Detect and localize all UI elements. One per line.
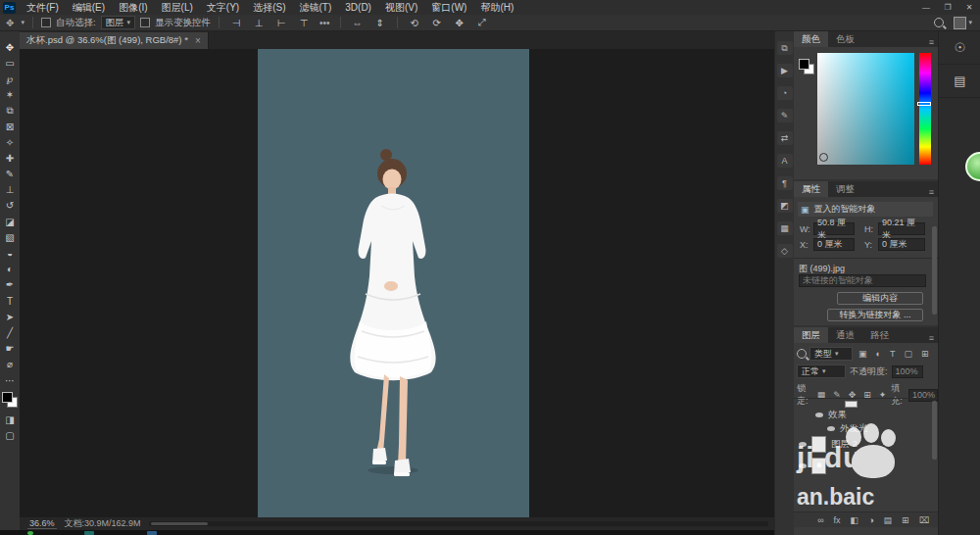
panel-color-swatches[interactable] [799, 59, 814, 74]
horizontal-scrollbar[interactable] [149, 521, 768, 526]
minimize-button[interactable]: — [915, 0, 937, 15]
align-right-icon[interactable]: ⊢ [272, 15, 290, 30]
zoom-tool[interactable]: ⌀ [1, 357, 19, 372]
panel-menu-icon[interactable]: ≡ [929, 37, 938, 47]
align-top-icon[interactable]: ⊤ [295, 15, 313, 30]
hand-tool[interactable]: ☛ [1, 341, 19, 357]
menu-file[interactable]: 文件(F) [20, 0, 66, 15]
visibility-eye-icon[interactable] [799, 463, 807, 468]
width-field[interactable]: 50.8 厘米 [813, 222, 855, 235]
delete-layer-icon[interactable]: ⌧ [916, 515, 932, 525]
type-tool[interactable]: T [1, 293, 19, 309]
zoom-level-field[interactable]: 36.6% [27, 518, 57, 529]
layer-row-1[interactable] [799, 458, 826, 474]
blend-mode-dropdown[interactable]: 正常 ▾ [797, 365, 846, 378]
edit-toolbar-icon[interactable]: ⋯ [1, 372, 19, 388]
y-field[interactable]: 0 厘米 [878, 238, 925, 251]
layer-thumbnail[interactable] [811, 436, 826, 453]
menu-edit[interactable]: 编辑(E) [66, 0, 112, 15]
menu-filter[interactable]: 滤镜(T) [293, 0, 339, 15]
menu-layer[interactable]: 图层(L) [155, 0, 200, 15]
app-logo-icon[interactable]: Ps [3, 2, 16, 14]
auto-select-target-dropdown[interactable]: 图层 ▾ [101, 16, 136, 29]
spot-healing-tool[interactable]: ✚ [1, 150, 19, 166]
new-layer-icon[interactable]: ⊞ [899, 515, 912, 525]
menu-image[interactable]: 图像(I) [112, 0, 154, 15]
saturation-brightness-picker[interactable] [817, 53, 914, 165]
panel-menu-icon[interactable]: ≡ [929, 187, 938, 197]
layers-scrollbar-thumb[interactable] [932, 401, 937, 460]
tab-swatches[interactable]: 色板 [828, 31, 862, 47]
visibility-eye-icon[interactable] [815, 413, 823, 417]
dodge-tool[interactable]: ◐ [1, 262, 19, 277]
libraries-panel-icon[interactable]: ▤ [939, 65, 980, 98]
menu-window[interactable]: 窗口(W) [424, 0, 473, 15]
distribute-horizontal-icon[interactable]: ⇔ [349, 15, 367, 30]
path-selection-tool[interactable]: ➤ [1, 309, 19, 324]
paragraph-panel-icon[interactable]: ¶ [777, 176, 793, 190]
3d-pan-icon[interactable]: ✥ [451, 15, 468, 30]
align-left-icon[interactable]: ⊣ [227, 15, 245, 30]
tab-properties[interactable]: 属性 [794, 181, 828, 197]
hue-slider[interactable] [919, 53, 931, 165]
properties-scrollbar-thumb[interactable] [932, 226, 937, 315]
tab-color[interactable]: 颜色 [794, 31, 828, 47]
edit-contents-button[interactable]: 编辑内容 [837, 292, 923, 305]
history-panel-icon[interactable]: ⧉ [777, 41, 793, 55]
history-brush-tool[interactable]: ↺ [1, 198, 19, 214]
adjustment-layer-icon[interactable]: ◑ [865, 515, 876, 525]
align-center-icon[interactable]: ⊥ [250, 15, 268, 30]
filter-adjustment-layers-icon[interactable]: ◐ [873, 349, 884, 359]
brush-tool[interactable]: ✎ [1, 167, 19, 182]
tab-paths[interactable]: 路径 [862, 327, 897, 343]
effects-row[interactable]: 效果 [815, 409, 847, 421]
document-tab[interactable]: 水杯.psd @ 36.6%(图 (499), RGB/8#) * × [20, 32, 209, 49]
3d-rotate-icon[interactable]: ⟲ [406, 15, 423, 30]
opacity-field[interactable]: 100% [892, 365, 923, 378]
more-align-options-icon[interactable]: ••• [318, 18, 332, 28]
convert-to-linked-button[interactable]: 转换为链接对象 ... [827, 309, 923, 321]
character-panel-icon[interactable]: A [777, 154, 793, 168]
3d-panel-icon[interactable]: ◇ [777, 244, 793, 258]
foreground-color-swatch[interactable] [2, 392, 13, 403]
learn-panel-icon[interactable]: ☉ [939, 31, 980, 65]
layer-style-fx-icon[interactable]: fx [831, 515, 844, 525]
brush-settings-panel-icon[interactable]: ✎ [777, 109, 793, 122]
layer-thumbnail[interactable] [811, 458, 826, 474]
adjustments-panel-icon[interactable]: ◩ [777, 199, 793, 213]
shape-tool[interactable]: ╱ [1, 324, 19, 340]
crop-tool[interactable]: ⧉ [1, 103, 19, 119]
panel-menu-icon[interactable]: ≡ [929, 333, 938, 343]
gradient-tool[interactable]: ▧ [1, 229, 19, 245]
menu-view[interactable]: 视图(V) [378, 0, 424, 15]
distribute-vertical-icon[interactable]: ⇕ [371, 15, 389, 30]
foreground-color-swatch[interactable] [799, 59, 809, 70]
x-field[interactable]: 0 厘米 [813, 238, 855, 251]
menu-3d[interactable]: 3D(D) [338, 0, 378, 15]
quick-mask-button[interactable]: ◨ [1, 412, 19, 427]
blur-tool[interactable]: ◒ [1, 245, 19, 261]
visibility-eye-icon[interactable] [799, 442, 807, 447]
new-group-icon[interactable]: ▤ [881, 515, 896, 525]
rectangular-marquee-tool[interactable]: ▭ [1, 55, 19, 71]
document-canvas[interactable] [258, 49, 529, 517]
menu-type[interactable]: 文字(Y) [200, 0, 246, 15]
clone-source-panel-icon[interactable]: ⇄ [777, 131, 793, 145]
frame-tool[interactable]: ⊠ [1, 119, 19, 134]
visibility-eye-icon[interactable] [827, 426, 835, 431]
filter-pixel-layers-icon[interactable]: ▣ [856, 349, 870, 359]
link-layers-icon[interactable]: ∞ [814, 515, 826, 525]
tab-close-icon[interactable]: × [195, 35, 201, 46]
pen-tool[interactable]: ✒ [1, 277, 19, 293]
hue-slider-marker[interactable] [917, 102, 931, 106]
color-picker-marker[interactable] [819, 153, 828, 162]
show-transform-checkbox[interactable] [140, 18, 150, 27]
layer-row-2[interactable]: 图层 2 [799, 436, 858, 453]
menu-help[interactable]: 帮助(H) [473, 0, 520, 15]
eraser-tool[interactable]: ◪ [1, 214, 19, 229]
search-icon[interactable] [934, 18, 944, 27]
restore-button[interactable]: ❐ [937, 0, 958, 15]
patterns-panel-icon[interactable]: ▦ [777, 221, 793, 235]
outer-glow-row[interactable]: 外发光 [827, 422, 868, 435]
filter-type-layers-icon[interactable]: T [887, 349, 899, 359]
